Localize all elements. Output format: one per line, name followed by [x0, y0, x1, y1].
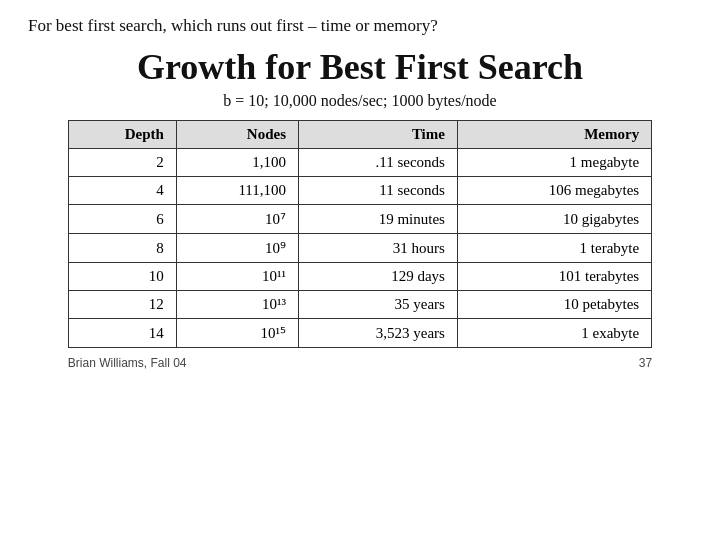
table-cell-3-0: 8	[68, 234, 176, 263]
table-cell-1-2: 11 seconds	[299, 177, 458, 205]
subtitle-text: b = 10; 10,000 nodes/sec; 1000 bytes/nod…	[28, 92, 692, 110]
table-cell-5-0: 12	[68, 291, 176, 319]
footer-left: Brian Williams, Fall 04	[68, 356, 187, 370]
table-cell-2-2: 19 minutes	[299, 205, 458, 234]
table-cell-2-3: 10 gigabytes	[457, 205, 651, 234]
table-cell-5-2: 35 years	[299, 291, 458, 319]
table-cell-2-0: 6	[68, 205, 176, 234]
table-row: 4111,10011 seconds106 megabytes	[68, 177, 651, 205]
question-text: For best first search, which runs out fi…	[28, 16, 692, 36]
table-cell-1-0: 4	[68, 177, 176, 205]
col-header-time: Time	[299, 121, 458, 149]
table-cell-0-2: .11 seconds	[299, 149, 458, 177]
table-header-row: Depth Nodes Time Memory	[68, 121, 651, 149]
table-cell-5-1: 10¹³	[176, 291, 298, 319]
table-row: 610⁷19 minutes10 gigabytes	[68, 205, 651, 234]
table-cell-5-3: 10 petabytes	[457, 291, 651, 319]
table-cell-6-0: 14	[68, 319, 176, 348]
growth-table: Depth Nodes Time Memory 21,100.11 second…	[68, 120, 652, 348]
table-cell-4-0: 10	[68, 263, 176, 291]
table-row: 1410¹⁵3,523 years1 exabyte	[68, 319, 651, 348]
table-cell-2-1: 10⁷	[176, 205, 298, 234]
table-row: 1210¹³35 years10 petabytes	[68, 291, 651, 319]
footer-right: 37	[639, 356, 652, 370]
table-cell-0-3: 1 megabyte	[457, 149, 651, 177]
table-cell-4-2: 129 days	[299, 263, 458, 291]
table-cell-0-1: 1,100	[176, 149, 298, 177]
table-cell-6-2: 3,523 years	[299, 319, 458, 348]
col-header-depth: Depth	[68, 121, 176, 149]
table-cell-6-3: 1 exabyte	[457, 319, 651, 348]
table-cell-0-0: 2	[68, 149, 176, 177]
table-row: 21,100.11 seconds1 megabyte	[68, 149, 651, 177]
table-cell-6-1: 10¹⁵	[176, 319, 298, 348]
slide-title: Growth for Best First Search	[28, 46, 692, 88]
col-header-memory: Memory	[457, 121, 651, 149]
table-row: 1010¹¹129 days101 terabytes	[68, 263, 651, 291]
col-header-nodes: Nodes	[176, 121, 298, 149]
table-cell-3-1: 10⁹	[176, 234, 298, 263]
table-cell-1-1: 111,100	[176, 177, 298, 205]
table-cell-4-1: 10¹¹	[176, 263, 298, 291]
table-cell-3-3: 1 terabyte	[457, 234, 651, 263]
table-cell-4-3: 101 terabytes	[457, 263, 651, 291]
table-cell-3-2: 31 hours	[299, 234, 458, 263]
footer: Brian Williams, Fall 04 37	[28, 356, 692, 370]
table-cell-1-3: 106 megabytes	[457, 177, 651, 205]
table-row: 810⁹31 hours1 terabyte	[68, 234, 651, 263]
